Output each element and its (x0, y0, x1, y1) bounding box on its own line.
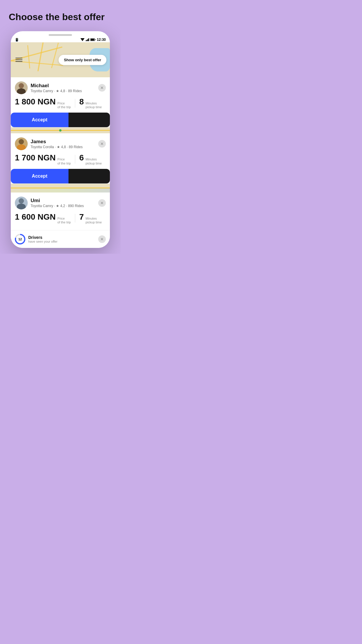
drivers-text: Drivers have seen your offer (28, 235, 95, 243)
map-overlay: Show only best offer (11, 42, 110, 77)
map-snippet-1 (11, 127, 110, 133)
menu-line (15, 58, 22, 58)
status-bar: 📳 12:30 (11, 36, 110, 42)
close-offer-umi[interactable]: ✕ (98, 199, 106, 207)
price-label-michael: Price of the trip (57, 102, 71, 109)
accept-button-james[interactable]: Accept (11, 169, 110, 183)
driver-info-michael: Michael Toyotta Camry · ★ 4,8 · 89 Rides (31, 83, 98, 93)
price-label-james: Price of the trip (57, 158, 71, 165)
price-divider (75, 155, 75, 164)
svg-rect-6 (95, 39, 96, 40)
driver-rides: 890 Rides (68, 204, 84, 208)
avatar-head (19, 198, 24, 204)
map-area: Show only best offer (11, 42, 110, 77)
driver-row-james: James Toyotta Corolla · ★ 4,8 · 89 Rides… (15, 137, 106, 150)
price-row-james: 1 700 NGN Price of the trip 6 Minutes pi… (15, 153, 106, 165)
map-gradient (11, 188, 110, 192)
offer-card-umi: Umi Toyotta Camry · ★ 4,2 · 890 Rides ✕ … (11, 192, 110, 230)
accept-button-michael[interactable]: Accept (11, 113, 110, 127)
avatar-shape (15, 81, 28, 94)
close-offer-james[interactable]: ✕ (98, 140, 106, 148)
price-amount-james: 1 700 NGN (15, 153, 56, 162)
close-offer-michael[interactable]: ✕ (98, 84, 106, 92)
menu-line (15, 61, 22, 62)
accept-blue-michael: Accept (11, 113, 68, 127)
svg-rect-3 (88, 39, 89, 41)
screen: 📳 12:30 (11, 36, 110, 248)
accept-dark-michael (68, 113, 110, 127)
avatar-james (15, 137, 28, 150)
drivers-sublabel: have seen your offer (28, 240, 95, 243)
best-offer-filter[interactable]: Show only best offer (59, 55, 106, 65)
time-block-umi: 7 Minutes pickup time (79, 212, 102, 224)
price-label-umi: Price of the trip (57, 217, 71, 224)
car-model: Toyotta Camry (31, 204, 53, 208)
battery-icon (90, 38, 96, 41)
driver-row-michael: Michael Toyotta Camry · ★ 4,8 · 89 Rides… (15, 81, 106, 94)
close-drivers-bar[interactable]: ✕ (98, 235, 106, 243)
time-number-umi: 7 (79, 212, 84, 222)
driver-row-umi: Umi Toyotta Camry · ★ 4,2 · 890 Rides ✕ (15, 197, 106, 209)
avatar-shape (15, 197, 28, 209)
time-block-michael: 8 Minutes pickup time (79, 97, 102, 109)
drivers-bar: 12 Drivers have seen your offer ✕ (11, 230, 110, 248)
phone-frame: 📳 12:30 (11, 31, 110, 248)
status-left-icons: 📳 (15, 38, 19, 42)
snippet-dot (59, 129, 61, 132)
avatar-body (17, 144, 26, 150)
signal-icon (86, 38, 89, 41)
driver-rides: 89 Rides (68, 89, 82, 93)
time-label-james: Minutes pickup time (86, 158, 102, 165)
menu-line (15, 60, 22, 60)
time-label-umi: Minutes pickup time (86, 217, 102, 224)
driver-rides: 89 Rides (69, 145, 82, 149)
driver-rating: ★ 4,2 (56, 204, 65, 208)
time-number-michael: 8 (79, 97, 84, 106)
price-divider (75, 214, 75, 223)
price-row-umi: 1 600 NGN Price of the trip 7 Minutes pi… (15, 212, 106, 224)
offer-card-michael: Michael Toyotta Camry · ★ 4,8 · 89 Rides… (11, 77, 110, 127)
driver-details-michael: Toyotta Camry · ★ 4,8 · 89 Rides (31, 89, 98, 93)
avatar-body (17, 88, 26, 94)
driver-info-umi: Umi Toyotta Camry · ★ 4,2 · 890 Rides (31, 198, 98, 208)
driver-details-umi: Toyotta Camry · ★ 4,2 · 890 Rides (31, 204, 98, 208)
avatar-umi (15, 197, 28, 209)
price-row-michael: 1 800 NGN Price of the trip 8 Minutes pi… (15, 97, 106, 109)
accept-blue-james: Accept (11, 169, 68, 183)
svg-rect-4 (89, 38, 89, 41)
avatar-michael (15, 81, 28, 94)
price-block-james: 1 700 NGN Price of the trip (15, 153, 71, 165)
offer-card-james: James Toyotta Corolla · ★ 4,8 · 89 Rides… (11, 133, 110, 183)
avatar-head (19, 139, 24, 144)
price-amount-michael: 1 800 NGN (15, 97, 56, 106)
driver-info-james: James Toyotta Corolla · ★ 4,8 · 89 Rides (31, 139, 98, 149)
time-label-michael: Minutes pickup time (86, 102, 102, 109)
drivers-count: 12 (16, 235, 24, 243)
svg-rect-1 (86, 40, 87, 41)
price-block-michael: 1 800 NGN Price of the trip (15, 97, 71, 109)
time-block-james: 6 Minutes pickup time (79, 153, 102, 165)
svg-marker-0 (80, 38, 85, 41)
drivers-label: Drivers (28, 235, 95, 240)
drivers-count-circle: 12 (15, 234, 25, 244)
menu-button[interactable] (14, 55, 24, 64)
time-display: 12:30 (97, 38, 106, 42)
status-right-icons: 12:30 (80, 38, 106, 42)
price-divider (75, 99, 75, 108)
accept-dark-james (68, 169, 110, 183)
svg-rect-2 (87, 40, 87, 41)
page-title: Choose the best offer (6, 12, 115, 22)
avatar-body (17, 204, 26, 209)
vibrate-icon: 📳 (15, 38, 19, 42)
svg-rect-7 (91, 39, 94, 41)
map-snippet-2 (11, 184, 110, 192)
avatar-head (19, 83, 24, 88)
price-block-umi: 1 600 NGN Price of the trip (15, 212, 71, 224)
avatar-shape (15, 137, 28, 150)
car-model: Toyotta Corolla (31, 145, 54, 149)
car-model: Toyotta Camry (31, 89, 53, 93)
driver-name-umi: Umi (31, 198, 98, 204)
driver-rating: ★ 4,8 (57, 145, 66, 149)
driver-details-james: Toyotta Corolla · ★ 4,8 · 89 Rides (31, 145, 98, 149)
time-number-james: 6 (79, 153, 84, 162)
